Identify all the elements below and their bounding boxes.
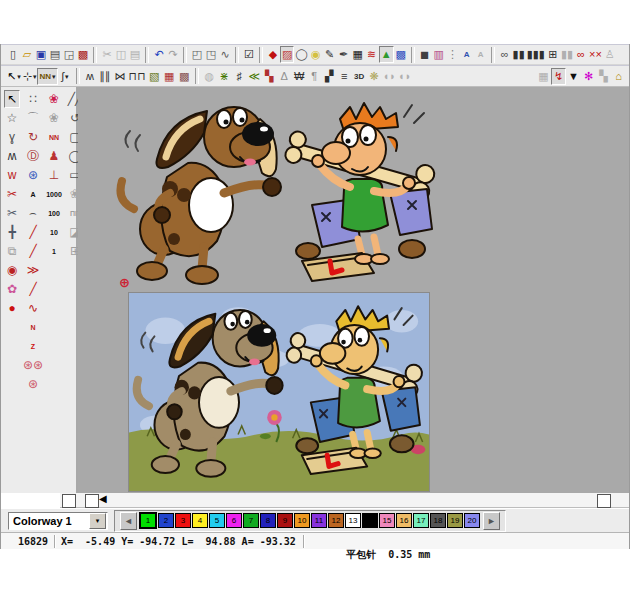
cut-stitch-icon[interactable]: ✂ [4,185,20,203]
horizontal-scrollbar[interactable]: ◀ [60,493,630,508]
chain-view-icon[interactable]: ∞ [498,46,512,63]
color-swatch-1[interactable]: 1 [139,512,157,529]
texture-red-icon[interactable]: ▚ [262,68,277,85]
zoom-10-label[interactable]: 10 [46,223,62,241]
lock-gold-icon[interactable]: ⌂ [611,68,626,85]
stitch-weave-icon[interactable]: ▩ [177,68,192,85]
motif-run-icon[interactable]: ₩ [292,68,307,85]
save-design-icon[interactable]: ▣ [34,46,48,63]
new-design-icon[interactable]: ▯ [6,46,20,63]
color-swatch-3[interactable]: 3 [175,513,191,528]
rotate-tool-icon[interactable]: ↻ [25,128,41,146]
n-nodes-icon[interactable]: N [25,318,41,336]
feather-edge-icon[interactable]: ≪ [247,68,262,85]
needle-red-icon[interactable]: ↯ [551,68,566,85]
chevron-down-icon[interactable]: ▾ [89,513,106,529]
color-swatch-18[interactable]: 18 [430,513,446,528]
gears-pair-icon[interactable]: ⊛⊛ [25,356,41,374]
scrollbar-box[interactable] [85,494,99,508]
stitch-angle-icon[interactable]: ⋇ [217,68,232,85]
select-tool-icon[interactable]: ↖▾ [6,68,22,85]
sphere-icon[interactable]: ⊛ [25,166,41,184]
stitch-fill-icon[interactable]: ▨ [280,46,294,63]
stitch-satin-icon[interactable]: ∥∥ [98,68,113,85]
overlap-gray-icon[interactable]: ▦ [536,68,551,85]
artwork-image[interactable] [128,292,430,492]
color-swatch-10[interactable]: 10 [294,513,310,528]
view-3d-icon[interactable]: 3D [352,68,367,85]
stitch-list-icon[interactable]: ⋮ [446,46,460,63]
density-grid-icon[interactable]: ⊞ [546,46,560,63]
red-line-2-icon[interactable]: ╱ [25,280,41,298]
fill-shape-icon[interactable]: ◉ [309,46,323,63]
fan-icon[interactable]: ⧉ [4,242,20,260]
bridge-text-icon[interactable]: ⌢ [25,204,41,222]
needle-point-icon[interactable]: ✒ [337,46,351,63]
print-icon[interactable]: ▤ [48,46,62,63]
z-nodes-icon[interactable]: Z [25,337,41,355]
stitch-lines-icon[interactable]: ≡ [337,68,352,85]
color-swatch-5[interactable]: 5 [209,513,225,528]
stitch-run-icon[interactable]: ≋ [365,46,379,63]
scrollbar-thumb[interactable] [62,494,76,508]
sparkle-icon[interactable]: ❋ [367,68,382,85]
w-stitch-icon[interactable]: ᴡ [4,166,20,184]
stitch-tatami-icon[interactable]: ▧ [147,68,162,85]
color-swatch-7[interactable]: 7 [243,513,259,528]
zoom-1000-label[interactable]: 1000 [46,185,62,203]
arch-tool-icon[interactable]: ⌒ [25,109,41,127]
show-points-icon[interactable]: ×× [588,46,603,63]
density-high-icon[interactable]: ▮▮▮ [526,46,546,63]
figure-red-icon[interactable]: ● [4,299,20,317]
palette-prev-button[interactable]: ◄ [120,512,137,530]
lettering-a-icon[interactable]: A [25,185,41,203]
color-swatch-14[interactable]: 14 [362,513,378,528]
transform-copy-icon[interactable]: ◰ [190,46,204,63]
eye-red-icon[interactable]: ◉ [4,261,20,279]
copy-icon[interactable]: ◫ [114,46,128,63]
auto-options-icon[interactable]: ☑ [242,46,256,63]
paste-icon[interactable]: ▤ [128,46,142,63]
transform-paste-icon[interactable]: ◳ [204,46,218,63]
lettering-edit-icon[interactable]: A [474,46,488,63]
color-swatch-9[interactable]: 9 [277,513,293,528]
color-swatch-19[interactable]: 19 [447,513,463,528]
contour-icon[interactable]: Δ [277,68,292,85]
cut-icon[interactable]: ✂ [100,46,114,63]
thread-colors-icon[interactable]: ▥ [432,46,446,63]
touch-up-bitmap-icon[interactable]: ▩ [394,46,408,63]
backdrop-icon[interactable]: ¶ [307,68,322,85]
fill-grid-icon[interactable]: ▦ [351,46,365,63]
branch-tool-icon[interactable]: ɣ [4,128,20,146]
color-swatch-20[interactable]: 20 [464,513,480,528]
color-swatch-4[interactable]: 4 [192,513,208,528]
red-dash-icon[interactable]: ╱ [25,242,41,260]
insert-artwork-icon[interactable]: ▩ [76,46,90,63]
undo-icon[interactable]: ↶ [152,46,166,63]
stitch-pattern-icon[interactable]: ▦ [162,68,177,85]
pattern-gray-icon[interactable]: ▚ [596,68,611,85]
color-swatch-12[interactable]: 12 [328,513,344,528]
flower-tool-icon[interactable]: ❀ [46,90,62,108]
show-stitches-icon[interactable]: ∞ [574,46,588,63]
needle-plus-icon[interactable]: ╋ [4,223,20,241]
circled-d-icon[interactable]: Ⓓ [25,147,41,165]
scissors-needle-icon[interactable]: ✂ [4,204,20,222]
scrollbar-box-right[interactable] [597,494,611,508]
stitch-outline-icon[interactable]: ◆ [266,46,280,63]
red-arrows-icon[interactable]: ≫ [25,261,41,279]
stitch-cross-icon[interactable]: ⋈ [113,68,128,85]
zoom-100-label[interactable]: 100 [46,204,62,222]
digitize-pen-icon[interactable]: ʃ▾ [58,68,73,85]
print-preview-icon[interactable]: ◲ [62,46,76,63]
redo-icon[interactable]: ↷ [166,46,180,63]
density-off-icon[interactable]: ▮▮ [560,46,574,63]
bell-pink-icon[interactable]: ✿ [4,280,20,298]
color-swatch-8[interactable]: 8 [260,513,276,528]
color-swatch-2[interactable]: 2 [158,513,174,528]
reshape-nodes-icon[interactable]: ∷ [25,90,41,108]
funnel-icon[interactable]: ▼ [566,68,581,85]
pin-tool-icon[interactable]: ⊥ [46,166,62,184]
reshape-tool-icon[interactable]: ⊹▾ [22,68,38,85]
red-line-icon[interactable]: ╱ [25,223,41,241]
